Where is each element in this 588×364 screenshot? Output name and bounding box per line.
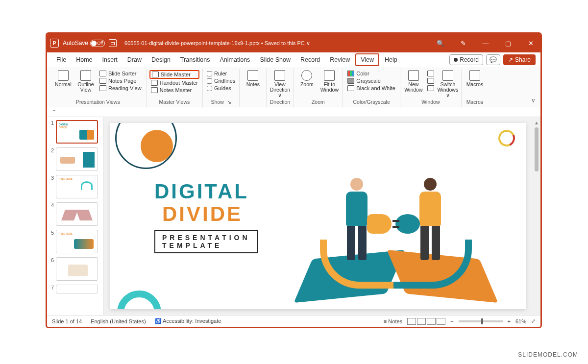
group-master-views: Slide Master Handout Master Notes Master… bbox=[147, 69, 203, 107]
decorative-logo bbox=[496, 127, 517, 149]
arrange-all-button[interactable] bbox=[426, 70, 436, 77]
autosave-label: AutoSave bbox=[63, 40, 88, 47]
thumb-number: 3 bbox=[49, 175, 54, 198]
notes-toggle[interactable]: ≡ Notes bbox=[384, 318, 402, 324]
tab-draw[interactable]: Draw bbox=[123, 54, 146, 65]
comments-button[interactable]: 💬 bbox=[486, 54, 500, 65]
zoom-slider[interactable] bbox=[459, 320, 503, 322]
status-slide-count[interactable]: Slide 1 of 14 bbox=[52, 318, 82, 324]
guides-checkbox[interactable]: Guides bbox=[206, 85, 236, 92]
slideshow-view-icon[interactable] bbox=[437, 318, 445, 325]
bw-button[interactable]: Black and White bbox=[346, 85, 396, 92]
document-title[interactable]: 60555-01-digital-divide-powerpoint-templ… bbox=[124, 40, 310, 47]
thumbnail-1[interactable]: DIGITALDIVIDE bbox=[56, 120, 98, 144]
slide-sorter-button[interactable]: Slide Sorter bbox=[98, 70, 143, 77]
handout-master-button[interactable]: Handout Master bbox=[149, 79, 199, 86]
tab-review[interactable]: Review bbox=[325, 54, 354, 65]
draw-mode-icon[interactable]: ✎ bbox=[456, 38, 470, 49]
notespage-icon bbox=[99, 78, 106, 84]
thumbnail-6[interactable] bbox=[56, 257, 98, 281]
split-button[interactable] bbox=[426, 85, 436, 92]
notes-icon bbox=[247, 70, 258, 81]
gridlines-checkbox[interactable]: Gridlines bbox=[206, 77, 236, 84]
scrollbar-thumb[interactable] bbox=[535, 127, 539, 171]
status-accessibility[interactable]: ♿ Accessibility: Investigate bbox=[155, 318, 221, 324]
app-icon: P bbox=[50, 39, 59, 48]
share-icon: ↗ bbox=[508, 56, 513, 63]
slide-thumbnails-panel[interactable]: 1DIGITALDIVIDE 2 3TITLE HERE 4 5TITLE HE… bbox=[47, 117, 103, 315]
share-button[interactable]: ↗Share bbox=[503, 54, 536, 65]
thumbnail-3[interactable]: TITLE HERE bbox=[56, 175, 98, 198]
slide-canvas-wrap: DIGITAL DIVIDE PRESENTATION TEMPLATE bbox=[103, 117, 533, 315]
tab-file[interactable]: File bbox=[52, 54, 71, 65]
reading-view-icon[interactable] bbox=[427, 318, 436, 325]
plug-orange bbox=[367, 214, 392, 234]
search-icon[interactable]: 🔍 bbox=[434, 38, 447, 49]
collapse-ribbon-icon[interactable]: ∨ bbox=[531, 69, 538, 107]
thumbnail-2[interactable] bbox=[56, 147, 98, 171]
view-direction-button[interactable]: View Direction ∨ bbox=[270, 70, 290, 98]
thumb-number: 4 bbox=[49, 202, 54, 226]
group-show: Ruler Gridlines Guides Show ↘ bbox=[203, 69, 240, 107]
tab-slideshow[interactable]: Slide Show bbox=[255, 54, 295, 65]
menu-bar: File Home Insert Draw Design Transitions… bbox=[47, 52, 540, 67]
slide-title-line2: DIVIDE bbox=[162, 202, 243, 226]
tab-view[interactable]: View bbox=[355, 53, 379, 66]
newwindow-icon bbox=[408, 70, 419, 81]
switch-windows-button[interactable]: Switch Windows ∨ bbox=[438, 70, 458, 98]
new-window-button[interactable]: New Window bbox=[403, 70, 424, 93]
zoom-in-button[interactable]: + bbox=[508, 318, 511, 324]
slide-illustration bbox=[276, 156, 511, 309]
zoom-percent[interactable]: 61% bbox=[515, 318, 526, 324]
record-button[interactable]: Record bbox=[449, 54, 483, 65]
fit-screen-icon[interactable]: ⤢ bbox=[531, 318, 536, 324]
view-mode-buttons bbox=[407, 318, 445, 325]
tab-insert[interactable]: Insert bbox=[98, 54, 122, 65]
cascade-icon bbox=[427, 78, 434, 84]
save-icon[interactable] bbox=[109, 39, 117, 47]
tab-animations[interactable]: Animations bbox=[216, 54, 255, 65]
sorter-view-icon[interactable] bbox=[417, 318, 426, 325]
normal-icon bbox=[58, 70, 69, 81]
thumbnail-7[interactable] bbox=[56, 285, 98, 293]
thumbnail-4[interactable] bbox=[56, 202, 98, 226]
chevron-up-icon[interactable]: ⌃ bbox=[52, 109, 56, 115]
zoom-button[interactable]: Zoom bbox=[296, 70, 317, 87]
group-color-grayscale: Color Grayscale Black and White Color/Gr… bbox=[343, 69, 400, 107]
outline-view-button[interactable]: Outline View bbox=[75, 70, 96, 93]
slide-canvas[interactable]: DIGITAL DIVIDE PRESENTATION TEMPLATE bbox=[110, 123, 526, 309]
slide-master-button[interactable]: Slide Master bbox=[149, 70, 199, 79]
scroll-up-icon[interactable]: ▲ bbox=[534, 120, 539, 125]
grayscale-button[interactable]: Grayscale bbox=[346, 77, 396, 84]
normal-view-button[interactable]: Normal bbox=[53, 70, 74, 87]
direction-icon bbox=[274, 70, 285, 81]
tab-help[interactable]: Help bbox=[380, 54, 402, 65]
thumbnail-5[interactable]: TITLE HERE bbox=[56, 230, 98, 253]
tab-transitions[interactable]: Transitions bbox=[176, 54, 215, 65]
cascade-button[interactable] bbox=[426, 77, 436, 84]
color-button[interactable]: Color bbox=[346, 70, 396, 77]
notes-button[interactable]: Notes bbox=[243, 70, 263, 87]
vertical-scrollbar[interactable]: ▲ bbox=[533, 117, 540, 315]
close-button[interactable]: ✕ bbox=[524, 38, 538, 49]
minimize-button[interactable]: — bbox=[479, 38, 492, 49]
zoom-out-button[interactable]: − bbox=[450, 318, 453, 324]
tab-design[interactable]: Design bbox=[147, 54, 175, 65]
tab-record[interactable]: Record bbox=[296, 54, 324, 65]
maximize-button[interactable]: ▢ bbox=[501, 38, 515, 49]
notes-page-button[interactable]: Notes Page bbox=[98, 77, 143, 84]
macros-button[interactable]: Macros bbox=[465, 70, 485, 87]
toggle-switch[interactable]: Off bbox=[90, 40, 105, 47]
switch-icon bbox=[442, 70, 453, 81]
notes-master-button[interactable]: Notes Master bbox=[149, 87, 199, 94]
tab-home[interactable]: Home bbox=[72, 54, 97, 65]
ruler-checkbox[interactable]: Ruler bbox=[206, 70, 236, 77]
status-language[interactable]: English (United States) bbox=[91, 318, 146, 324]
group-macros: Macros Macros bbox=[462, 69, 488, 107]
decorative-ring-cyan bbox=[117, 291, 161, 309]
reading-view-button[interactable]: Reading View bbox=[98, 85, 143, 92]
normal-view-icon[interactable] bbox=[407, 318, 416, 325]
autosave-toggle[interactable]: AutoSave Off bbox=[63, 40, 105, 47]
color-icon bbox=[347, 71, 354, 76]
fit-window-button[interactable]: Fit to Window bbox=[319, 70, 340, 93]
